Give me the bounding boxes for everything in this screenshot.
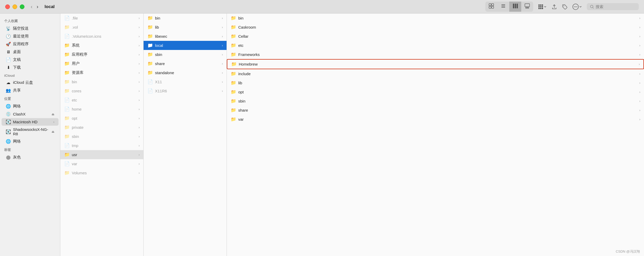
minimize-button[interactable]: [12, 4, 17, 9]
list-item[interactable]: 📁 etc ›: [227, 41, 644, 50]
sidebar-section-location: 位置: [0, 94, 60, 102]
sidebar-item-macintosh[interactable]: 💽 Macintosh HD ⏏ ›: [2, 118, 59, 126]
sidebar-item-clashx-drive[interactable]: 💿 ClashX ⏏: [2, 110, 59, 118]
list-item[interactable]: 📁 用户 ›: [60, 59, 143, 68]
list-item[interactable]: 📄 var ›: [60, 159, 143, 168]
list-item[interactable]: 📁 Volumes ›: [60, 168, 143, 177]
list-item[interactable]: 📄 etc ›: [60, 95, 143, 105]
back-arrow[interactable]: ‹: [30, 4, 34, 10]
column-view-btn[interactable]: [509, 2, 521, 12]
folder-icon: 📁: [64, 116, 70, 121]
list-item[interactable]: 📁 Cellar ›: [227, 32, 644, 41]
search-input[interactable]: [596, 4, 632, 9]
sidebar-item-documents[interactable]: 📄 文稿: [2, 56, 59, 63]
list-item[interactable]: 📁 standalone ›: [144, 68, 227, 77]
macintosh-icon: 💽: [6, 119, 11, 124]
more-btn[interactable]: [572, 3, 582, 10]
network-drive-icon: 🌐: [6, 104, 11, 109]
gallery-view-btn[interactable]: [521, 2, 533, 12]
folder-icon: 📁: [230, 89, 236, 95]
file-name: local: [155, 43, 163, 48]
sidebar-item-downloads[interactable]: ⬇ 下载: [2, 64, 59, 71]
file-name: opt: [238, 90, 244, 94]
share-btn[interactable]: [551, 4, 557, 10]
eject-shadowsocks-icon[interactable]: ⏏: [51, 130, 54, 133]
fullscreen-button[interactable]: [20, 4, 24, 9]
list-item[interactable]: 📁 .vol ›: [60, 23, 143, 32]
file-columns: 📄 .file › 📁 .vol › 📄 .VolumeIcon.icns › …: [60, 14, 644, 256]
list-item[interactable]: 📄 X11R6 ›: [144, 86, 227, 95]
list-item[interactable]: 📄 home ›: [60, 105, 143, 114]
list-item[interactable]: 📄 .VolumeIcon.icns ›: [60, 32, 143, 41]
sidebar-item-desktop[interactable]: 🖥 桌面: [2, 48, 59, 56]
file-name: X11: [155, 80, 162, 84]
list-item[interactable]: 📁 系统 ›: [60, 41, 143, 50]
sidebar-item-location-network[interactable]: 🌐 网络: [2, 138, 59, 145]
sidebar-item-tag-grey[interactable]: ⬤ 灰色: [2, 153, 59, 161]
list-item[interactable]: 📁 opt ›: [227, 87, 644, 97]
list-item[interactable]: 📁 sbin ›: [144, 50, 227, 59]
folder-icon: 📁: [147, 70, 153, 75]
list-item[interactable]: 📁 Frameworks ›: [227, 50, 644, 59]
apps-btn[interactable]: [538, 4, 547, 10]
file-name: var: [72, 162, 77, 166]
grid-view-btn[interactable]: [485, 2, 497, 12]
tag-btn[interactable]: [562, 4, 568, 10]
sidebar: 个人收藏 📡 隔空投送 🕐 最近使用 🚀 应用程序 🖥 桌面 📄 文稿 ⬇ 下载…: [0, 14, 60, 256]
list-item[interactable]: 📁 bin ›: [144, 14, 227, 23]
sidebar-item-network-drive[interactable]: 🌐 网络: [2, 103, 59, 110]
file-name: etc: [238, 43, 243, 48]
folder-icon: 📁: [64, 61, 70, 66]
list-item[interactable]: 📁 sbin ›: [227, 97, 644, 106]
list-item[interactable]: 📄 X11 ›: [144, 77, 227, 86]
list-item[interactable]: 📁 share ›: [227, 106, 644, 115]
list-view-btn[interactable]: [497, 2, 509, 12]
chevron-icon: ›: [139, 53, 140, 56]
sidebar-item-recents[interactable]: 🕐 最近使用: [2, 33, 59, 40]
list-item[interactable]: 📁 lib ›: [144, 23, 227, 32]
chevron-icon: ›: [222, 53, 223, 56]
chevron-icon: ›: [139, 135, 140, 138]
list-item[interactable]: 📁 资源库 ›: [60, 68, 143, 77]
list-item[interactable]: 📁 var ›: [227, 115, 644, 124]
list-item[interactable]: 📁 bin ›: [227, 14, 644, 23]
file-name: 系统: [72, 43, 80, 48]
chevron-icon: ›: [222, 71, 223, 75]
eject-icon[interactable]: ⏏: [51, 112, 54, 116]
list-item-local[interactable]: 📁 local ›: [144, 41, 227, 50]
list-item[interactable]: 📁 Caskroom ›: [227, 23, 644, 32]
sidebar-item-shadowsocks[interactable]: 💽 ShadowsocksX-NG-R8 ⏏: [2, 126, 59, 137]
file-name: lib: [155, 25, 159, 29]
list-item[interactable]: 📁 cores ›: [60, 86, 143, 95]
forward-arrow[interactable]: ›: [36, 4, 40, 10]
list-item[interactable]: 📁 private ›: [60, 123, 143, 132]
file-name: home: [72, 107, 82, 111]
sidebar-item-airdrop[interactable]: 📡 隔空投送: [2, 25, 59, 32]
list-item[interactable]: 📁 bin ›: [60, 77, 143, 86]
file-icon: 📄: [147, 79, 153, 85]
list-item[interactable]: 📁 sbin ›: [60, 132, 143, 141]
list-item[interactable]: 📁 lib ›: [227, 78, 644, 87]
file-icon: 📄: [64, 15, 70, 21]
file-name: standalone: [155, 71, 174, 75]
list-item-usr[interactable]: 📁 usr ›: [60, 150, 143, 159]
sidebar-item-shared[interactable]: 👥 共享: [2, 87, 59, 94]
list-item[interactable]: 📁 应用程序 ›: [60, 50, 143, 59]
close-button[interactable]: [5, 4, 10, 9]
sidebar-item-label: 网络: [13, 139, 21, 144]
sidebar-item-apps[interactable]: 🚀 应用程序: [2, 40, 59, 48]
list-item[interactable]: 📄 .file ›: [60, 14, 143, 23]
list-item[interactable]: 📄 tmp ›: [60, 141, 143, 150]
column-2: 📁 bin › 📁 lib › 📁 libexec › 📁 local › 📁: [144, 14, 227, 256]
sidebar-section-icloud: iCloud: [0, 72, 60, 79]
chevron-icon: ›: [139, 25, 140, 29]
title-bar: ‹ › local: [0, 0, 644, 14]
list-item-include[interactable]: 📁 include ›: [227, 69, 644, 78]
search-box[interactable]: [587, 3, 639, 10]
folder-icon: 📁: [64, 79, 70, 85]
list-item[interactable]: 📁 share ›: [144, 59, 227, 68]
sidebar-item-icloud-drive[interactable]: ☁ iCloud 云盘: [2, 79, 59, 86]
list-item-homebrew[interactable]: 📁 Homebrew ›: [227, 59, 644, 69]
list-item[interactable]: 📁 opt ›: [60, 114, 143, 123]
list-item[interactable]: 📁 libexec ›: [144, 32, 227, 41]
